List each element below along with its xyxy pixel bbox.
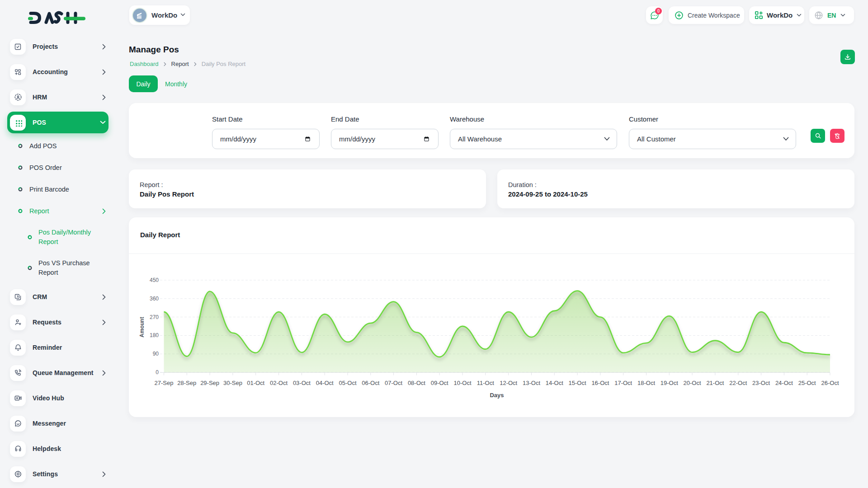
svg-text:16-Oct: 16-Oct bbox=[591, 380, 609, 386]
svg-text:13-Oct: 13-Oct bbox=[523, 380, 540, 386]
svg-text:20-Oct: 20-Oct bbox=[684, 380, 701, 386]
svg-text:19-Oct: 19-Oct bbox=[660, 380, 678, 386]
svg-text:90: 90 bbox=[153, 351, 159, 357]
svg-text:17-Oct: 17-Oct bbox=[614, 380, 632, 386]
svg-text:30-Sep: 30-Sep bbox=[223, 380, 242, 386]
svg-text:21-Oct: 21-Oct bbox=[706, 380, 724, 386]
svg-text:22-Oct: 22-Oct bbox=[729, 380, 747, 386]
svg-text:01-Oct: 01-Oct bbox=[247, 380, 264, 386]
svg-text:07-Oct: 07-Oct bbox=[385, 380, 402, 386]
svg-text:06-Oct: 06-Oct bbox=[362, 380, 379, 386]
svg-text:27-Sep: 27-Sep bbox=[155, 380, 174, 386]
svg-text:Days: Days bbox=[490, 392, 504, 399]
svg-text:0: 0 bbox=[156, 369, 159, 375]
svg-text:10-Oct: 10-Oct bbox=[453, 380, 471, 386]
svg-text:24-Oct: 24-Oct bbox=[775, 380, 793, 386]
svg-text:03-Oct: 03-Oct bbox=[293, 380, 311, 386]
svg-text:Amount: Amount bbox=[139, 317, 145, 337]
svg-text:28-Sep: 28-Sep bbox=[177, 380, 196, 386]
svg-text:11-Oct: 11-Oct bbox=[477, 380, 494, 386]
svg-text:26-Oct: 26-Oct bbox=[821, 380, 839, 386]
svg-text:18-Oct: 18-Oct bbox=[637, 380, 655, 386]
svg-text:04-Oct: 04-Oct bbox=[316, 380, 334, 386]
svg-text:25-Oct: 25-Oct bbox=[798, 380, 816, 386]
svg-text:02-Oct: 02-Oct bbox=[270, 380, 288, 386]
svg-text:15-Oct: 15-Oct bbox=[569, 380, 586, 386]
svg-text:360: 360 bbox=[150, 296, 159, 302]
svg-text:180: 180 bbox=[150, 332, 159, 338]
svg-text:270: 270 bbox=[150, 314, 159, 320]
svg-text:05-Oct: 05-Oct bbox=[339, 380, 356, 386]
svg-text:14-Oct: 14-Oct bbox=[546, 380, 563, 386]
svg-text:23-Oct: 23-Oct bbox=[752, 380, 770, 386]
svg-text:08-Oct: 08-Oct bbox=[408, 380, 425, 386]
svg-text:12-Oct: 12-Oct bbox=[500, 380, 517, 386]
svg-text:09-Oct: 09-Oct bbox=[431, 380, 448, 386]
svg-text:29-Sep: 29-Sep bbox=[200, 380, 219, 386]
svg-text:450: 450 bbox=[150, 277, 159, 283]
